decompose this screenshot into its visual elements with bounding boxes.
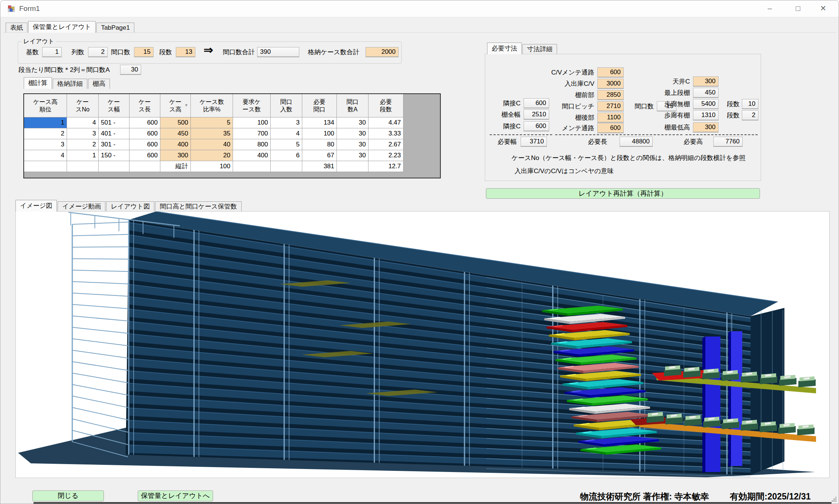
cell[interactable]: [233, 161, 271, 172]
tab-layout-view[interactable]: レイアウト図: [106, 201, 154, 212]
col-header[interactable]: 要求ケ ース数: [233, 94, 271, 117]
cell[interactable]: 3: [271, 117, 302, 128]
shelf-rear-field[interactable]: 1100: [597, 113, 624, 123]
cell[interactable]: 4: [271, 128, 302, 139]
resize-grip[interactable]: [831, 497, 836, 502]
opening-pitch-field[interactable]: 2710: [597, 101, 624, 111]
cell[interactable]: 401 - 500: [99, 128, 129, 139]
row-count-field[interactable]: 2: [88, 47, 108, 57]
cell[interactable]: [337, 161, 368, 172]
tab-storage-detail[interactable]: 格納詳細: [53, 79, 87, 89]
cell[interactable]: 12.7: [368, 161, 404, 172]
cell[interactable]: 4.47: [368, 117, 404, 128]
cell[interactable]: 400: [233, 150, 271, 161]
cv-maint-aisle-field[interactable]: 600: [597, 67, 624, 78]
col-header[interactable]: 間口 入数: [271, 94, 302, 117]
tab-dims-detail[interactable]: 寸法詳細: [522, 44, 557, 54]
cell[interactable]: 2.67: [368, 139, 404, 150]
cell[interactable]: [271, 161, 302, 172]
cell[interactable]: [99, 161, 129, 172]
cell[interactable]: 600: [129, 128, 160, 139]
goto-storage-layout-button[interactable]: 保管量とレイアウトへ: [138, 490, 213, 501]
top-shelf-field[interactable]: 450: [693, 88, 719, 98]
total-label-cell[interactable]: 縦計: [160, 161, 191, 172]
cell[interactable]: 20: [191, 150, 233, 161]
cell[interactable]: 700: [233, 128, 271, 139]
cell[interactable]: [129, 161, 160, 172]
cell[interactable]: 30: [337, 139, 368, 150]
stage-count-field[interactable]: 13: [176, 47, 195, 57]
cell[interactable]: 2.23: [368, 150, 404, 161]
close-button[interactable]: ✕: [811, 0, 836, 17]
cell[interactable]: [24, 161, 67, 172]
required-width-field[interactable]: 3710: [521, 137, 547, 147]
maximize-button[interactable]: □: [786, 0, 810, 17]
cell[interactable]: [67, 161, 99, 172]
base-count-field[interactable]: 1: [42, 47, 62, 57]
cell[interactable]: 30: [337, 117, 368, 128]
cell[interactable]: 301 - 400: [99, 139, 129, 150]
cell[interactable]: 3.33: [368, 128, 404, 139]
shelf-front-field[interactable]: 2850: [597, 90, 624, 100]
col-header[interactable]: ケース高 順位: [24, 94, 67, 117]
cell[interactable]: 2: [24, 128, 67, 139]
cell[interactable]: 80: [302, 139, 337, 150]
layout-recalc-button[interactable]: レイアウト再計算（再計算）: [486, 188, 760, 199]
col-header[interactable]: 必要 間口: [302, 94, 337, 117]
cell[interactable]: 800: [233, 139, 271, 150]
cell[interactable]: 150 - 300: [99, 150, 129, 161]
ceiling-c-field[interactable]: 300: [693, 76, 719, 87]
cell[interactable]: 600: [129, 150, 160, 161]
total-openings-field[interactable]: 390: [257, 47, 299, 57]
per-stage-field[interactable]: 30: [120, 65, 141, 75]
cell[interactable]: 100: [233, 117, 271, 128]
cell[interactable]: 5: [191, 117, 233, 128]
cell[interactable]: 600: [129, 117, 160, 128]
cell[interactable]: 30: [337, 150, 368, 161]
tab-opening-height[interactable]: 間口高と間口ケース保管数: [155, 201, 241, 212]
cell[interactable]: 6: [271, 150, 302, 161]
shelf-min-height-field[interactable]: 300: [693, 122, 719, 132]
col-header-case-height[interactable]: ケー ス高▼: [160, 94, 191, 117]
tab-storage-layout[interactable]: 保管量とレイアウト: [28, 21, 96, 33]
maint-aisle-field[interactable]: 600: [597, 123, 624, 133]
cell[interactable]: 3: [67, 128, 99, 139]
cell[interactable]: 67: [302, 150, 337, 161]
tab-required-dims[interactable]: 必要寸法: [487, 43, 522, 54]
cell[interactable]: 381: [302, 161, 337, 172]
walkway-noshelf-field[interactable]: 5400: [693, 99, 719, 109]
tab-image-view[interactable]: イメージ図: [15, 200, 57, 212]
cell[interactable]: 134: [302, 117, 337, 128]
col-header[interactable]: 間口 数A: [337, 94, 368, 117]
col-header[interactable]: ケース数 比率%: [191, 94, 233, 117]
cell[interactable]: 4: [67, 117, 99, 128]
walkway-shelf-field[interactable]: 1310: [693, 110, 719, 120]
minimize-button[interactable]: –: [757, 0, 782, 17]
tab-shelf-height[interactable]: 棚高: [88, 79, 110, 89]
io-conveyor-field[interactable]: 3000: [597, 79, 624, 89]
col-header[interactable]: 必要 段数: [368, 94, 404, 117]
total-cases-field[interactable]: 2000: [365, 47, 399, 57]
cell[interactable]: 1: [24, 117, 67, 128]
col-header[interactable]: ケー スNo: [67, 94, 99, 117]
cell[interactable]: 1: [67, 150, 99, 161]
col-header[interactable]: ケー ス長: [129, 94, 160, 117]
cell[interactable]: 501 - 600: [99, 117, 129, 128]
col-header[interactable]: ケー ス幅: [99, 94, 129, 117]
tab-shelf-calc[interactable]: 棚計算: [24, 77, 52, 89]
cell[interactable]: 30: [337, 128, 368, 139]
cell[interactable]: 100: [191, 161, 233, 172]
tab-tabpage1[interactable]: TabPage1: [96, 23, 134, 33]
cell[interactable]: 600: [129, 139, 160, 150]
cell[interactable]: 400: [160, 139, 191, 150]
stages-noshelf-field[interactable]: 10: [742, 99, 758, 109]
tab-cover[interactable]: 表紙: [6, 23, 27, 33]
cell[interactable]: 450: [160, 128, 191, 139]
opening-count-field[interactable]: 15: [134, 47, 154, 57]
cell[interactable]: 2: [67, 139, 99, 150]
cell[interactable]: 300: [160, 150, 191, 161]
cell[interactable]: 40: [191, 139, 233, 150]
cell[interactable]: 5: [271, 139, 302, 150]
cell[interactable]: 35: [191, 128, 233, 139]
close-form-button[interactable]: 閉じる: [32, 490, 104, 501]
